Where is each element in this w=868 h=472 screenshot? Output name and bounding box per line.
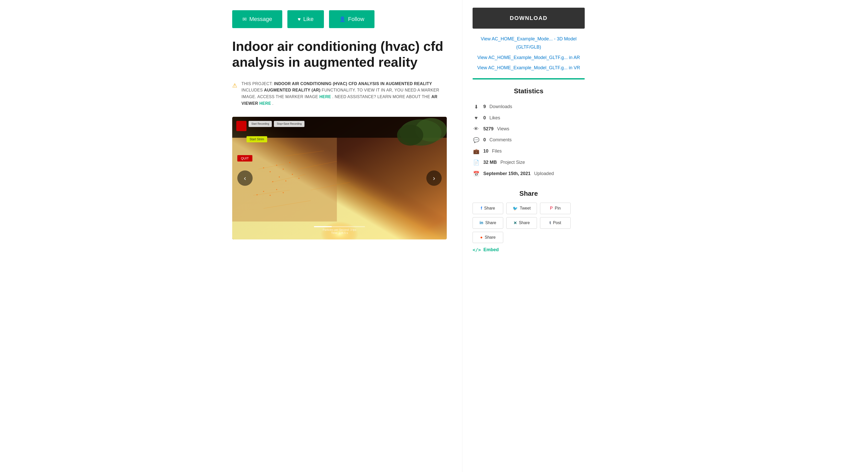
person-plus-icon: 👤 xyxy=(339,16,346,22)
share-title: Share xyxy=(472,189,585,198)
size-label: Project Size xyxy=(500,160,525,165)
message-button[interactable]: ✉ Message xyxy=(232,10,282,28)
sidebar: DOWNLOAD View AC_HOME_Example_Mode... - … xyxy=(462,0,595,472)
svg-point-20 xyxy=(279,177,280,178)
svg-point-18 xyxy=(289,162,290,163)
download-button[interactable]: DOWNLOAD xyxy=(472,8,585,29)
slider-ui-controls: Start Recording Stop+Save Recording xyxy=(236,121,305,131)
svg-point-14 xyxy=(263,167,264,169)
stat-likes: ♥ 0 Likes xyxy=(472,113,585,123)
share-pinterest-button[interactable]: P Pin xyxy=(540,203,571,214)
share-twitter-button[interactable]: 🐦 Tweet xyxy=(506,203,537,214)
likes-value: 0 xyxy=(483,115,486,121)
svg-point-27 xyxy=(276,189,277,190)
uploaded-date: September 15th, 2021 xyxy=(483,171,531,176)
svg-point-17 xyxy=(283,169,284,170)
warning-box: ⚠ THIS PROJECT: INDOOR AIR CONDITIONING … xyxy=(232,81,447,107)
ar-scene xyxy=(232,117,447,239)
progress-text: Particles per Second: 3 fpsTime: 228.5 s xyxy=(314,228,365,234)
tumblr-icon: t xyxy=(550,220,551,225)
follow-button[interactable]: 👤 Follow xyxy=(329,10,375,28)
calendar-icon: 📅 xyxy=(472,171,480,177)
svg-point-25 xyxy=(263,191,264,192)
likes-label: Likes xyxy=(490,115,500,121)
linkedin-icon: in xyxy=(480,220,483,225)
comment-icon: 💬 xyxy=(472,137,480,143)
slider-logo xyxy=(236,121,247,131)
quit-button[interactable]: QUIT xyxy=(237,155,252,161)
svg-point-22 xyxy=(292,174,293,175)
svg-point-15 xyxy=(270,171,271,172)
svg-point-26 xyxy=(270,195,271,196)
files-value: 10 xyxy=(483,148,488,154)
action-buttons-row: ✉ Message ♥ Like 👤 Follow xyxy=(232,10,447,28)
like-button[interactable]: ♥ Like xyxy=(287,10,324,28)
pinterest-icon: P xyxy=(550,206,553,211)
xing-icon: ✕ xyxy=(514,220,517,226)
size-value: 32 MB xyxy=(483,160,497,165)
share-tumblr-button[interactable]: t Post xyxy=(540,217,571,229)
progress-bar-fill xyxy=(314,226,332,227)
stat-files: 💼 10 Files xyxy=(472,146,585,157)
share-facebook-button[interactable]: f Share xyxy=(472,203,503,214)
twitter-icon: 🐦 xyxy=(513,206,518,211)
slider-start-stream: Start Strim xyxy=(247,136,267,142)
views-value: 5279 xyxy=(483,126,494,131)
view-link-3d[interactable]: View AC_HOME_Example_Mode... - 3D Model … xyxy=(472,35,585,51)
statistics-section: Statistics ⬇ 9 Downloads ♥ 0 Likes 👁 527… xyxy=(472,87,585,179)
stat-downloads: ⬇ 9 Downloads xyxy=(472,101,585,113)
filesize-icon: 📄 xyxy=(472,159,480,166)
stop-recording-button[interactable]: Stop+Save Recording xyxy=(274,121,305,127)
image-slider: Start Recording Stop+Save Recording Star… xyxy=(232,117,447,239)
reddit-icon: ● xyxy=(480,235,483,240)
embed-link[interactable]: </> Embed xyxy=(472,247,585,253)
stat-uploaded: 📅 September 15th, 2021 Uploaded xyxy=(472,168,585,179)
svg-point-5 xyxy=(397,125,423,146)
views-label: Views xyxy=(497,126,509,131)
start-recording-button[interactable]: Start Recording xyxy=(249,121,272,127)
downloads-label: Downloads xyxy=(490,104,512,109)
warning-icon: ⚠ xyxy=(232,81,237,107)
here-link-2[interactable]: HERE xyxy=(259,101,271,106)
start-stream-button[interactable]: Start Strim xyxy=(247,136,267,142)
slider-next-button[interactable]: › xyxy=(426,171,442,186)
statistics-title: Statistics xyxy=(472,87,585,95)
stat-size: 📄 32 MB Project Size xyxy=(472,157,585,168)
message-icon: ✉ xyxy=(242,16,247,22)
here-link-1[interactable]: HERE xyxy=(319,94,331,99)
warning-text: THIS PROJECT: INDOOR AIR CONDITIONING (H… xyxy=(241,81,447,107)
slider-progress: Particles per Second: 3 fpsTime: 228.5 s xyxy=(314,226,365,234)
view-links-section: View AC_HOME_Example_Mode... - 3D Model … xyxy=(472,35,585,72)
project-title: Indoor air conditioning (hvac) cfd analy… xyxy=(232,38,447,70)
heart-stat-icon: ♥ xyxy=(472,115,480,121)
uploaded-label: Uploaded xyxy=(534,171,554,176)
downloads-value: 9 xyxy=(483,104,486,109)
heart-icon: ♥ xyxy=(298,17,301,22)
download-icon: ⬇ xyxy=(472,104,480,110)
slider-prev-button[interactable]: ‹ xyxy=(237,171,253,186)
svg-point-21 xyxy=(285,180,286,181)
facebook-icon: f xyxy=(481,206,482,211)
svg-point-16 xyxy=(276,165,277,166)
view-link-ar[interactable]: View AC_HOME_Example_Model_GLTF.g... in … xyxy=(472,53,585,62)
share-buttons-grid: f Share 🐦 Tweet P Pin in Share ✕ Shar xyxy=(472,203,585,243)
files-icon: 💼 xyxy=(472,148,480,154)
view-link-vr[interactable]: View AC_HOME_Example_Model_GLTF.g... in … xyxy=(472,64,585,72)
eye-icon: 👁 xyxy=(472,126,480,132)
share-section: Share f Share 🐦 Tweet P Pin in Share xyxy=(472,189,585,253)
stat-comments: 💬 0 Comments xyxy=(472,135,585,146)
comments-value: 0 xyxy=(483,137,486,143)
svg-point-19 xyxy=(272,181,273,182)
share-reddit-button[interactable]: ● Share xyxy=(472,232,503,243)
sidebar-divider xyxy=(472,78,585,80)
share-linkedin-button[interactable]: in Share xyxy=(472,217,503,229)
ar-visualization xyxy=(232,117,447,239)
svg-point-28 xyxy=(283,192,284,193)
embed-icon: </> xyxy=(472,247,481,253)
svg-point-23 xyxy=(298,178,299,179)
comments-label: Comments xyxy=(490,137,512,143)
stat-views: 👁 5279 Views xyxy=(472,123,585,135)
files-label: Files xyxy=(492,148,502,154)
svg-point-24 xyxy=(256,194,257,195)
share-xing-button[interactable]: ✕ Share xyxy=(506,217,537,229)
